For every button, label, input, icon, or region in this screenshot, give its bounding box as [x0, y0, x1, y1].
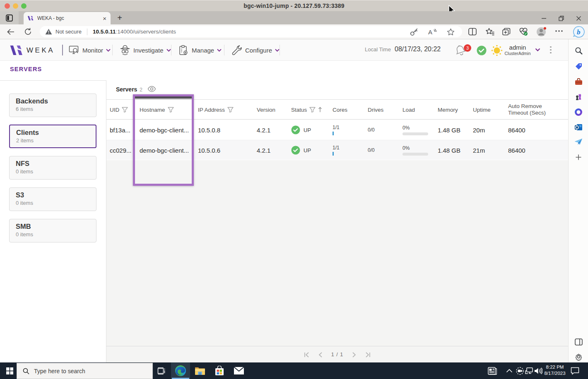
tray-network-icon[interactable] — [525, 362, 533, 379]
cell-timeout: 86400 — [508, 140, 525, 160]
user-role: ClusterAdmin — [504, 51, 532, 56]
collections-icon[interactable] — [502, 28, 511, 36]
favorites-hub-icon[interactable] — [486, 28, 494, 36]
profile-alert-dot — [544, 27, 546, 30]
nav-investigate[interactable]: Investigate — [120, 44, 171, 56]
window-minimize-button[interactable] — [537, 14, 550, 22]
sidebar-add-icon[interactable] — [573, 152, 584, 163]
sidebar-drop-icon[interactable] — [573, 137, 584, 147]
sort-ascending-icon[interactable] — [318, 107, 322, 113]
window-close-button[interactable] — [572, 14, 585, 22]
taskbar-edge-button[interactable] — [171, 362, 190, 379]
tab-workspaces-button[interactable] — [0, 11, 19, 24]
column-header-uid[interactable]: UID — [110, 100, 128, 120]
not-secure-label[interactable]: Not secure — [55, 29, 82, 35]
sidebar-shopping-icon[interactable] — [573, 61, 584, 72]
last-page-button[interactable] — [365, 352, 371, 357]
cell-memory: 1.48 GB — [438, 120, 460, 140]
nav-configure[interactable]: Configure — [231, 44, 280, 56]
cluster-health-ok-icon[interactable] — [476, 45, 487, 56]
split-screen-icon[interactable] — [468, 28, 477, 36]
nav-monitor-label: Monitor — [82, 47, 103, 54]
cell-timeout: 86400 — [508, 120, 525, 140]
table-empty-area — [106, 160, 568, 346]
theme-sun-icon[interactable] — [491, 45, 503, 56]
profile-avatar[interactable] — [536, 27, 546, 37]
password-key-icon[interactable] — [410, 28, 418, 36]
prev-page-button[interactable] — [318, 352, 322, 357]
tray-clock[interactable]: 8:22 PM 8/17/2023 — [543, 364, 566, 377]
taskbar-search-input[interactable] — [34, 368, 133, 374]
read-aloud-icon[interactable]: A — [428, 28, 437, 36]
header-kebab-menu[interactable] — [549, 45, 553, 55]
favorite-star-icon[interactable] — [447, 28, 455, 36]
pagination-bar: 1 / 1 — [106, 346, 568, 362]
browser-menu-icon[interactable] — [555, 30, 563, 32]
sidebar-tools-icon[interactable] — [573, 76, 584, 87]
taskbar-store-button[interactable] — [210, 362, 229, 379]
new-tab-button[interactable]: + — [115, 14, 124, 23]
column-header-status[interactable]: Status — [291, 100, 322, 120]
tray-meet-now-icon[interactable] — [516, 362, 524, 379]
clock-date: 8/17/2023 — [543, 370, 566, 377]
tab-title: WEKA - bgc — [37, 15, 103, 21]
close-icon — [576, 16, 581, 21]
url-omnibox[interactable]: Not secure 10.5.0.11:14000/ui/servers/cl… — [40, 26, 462, 37]
filter-icon[interactable] — [227, 107, 234, 113]
store-icon — [215, 366, 224, 376]
taskbar-file-explorer-button[interactable] — [190, 362, 210, 379]
cell-ip: 10.5.0.6 — [198, 140, 220, 160]
taskbar-search-box[interactable] — [17, 363, 153, 379]
column-header-drives[interactable]: Drives — [368, 100, 383, 120]
window-restore-button[interactable] — [555, 14, 567, 22]
sidebar-card-clients[interactable]: Clients 2 items — [9, 125, 96, 148]
nav-monitor[interactable]: Monitor — [69, 44, 111, 56]
filter-icon[interactable] — [309, 107, 316, 113]
tray-action-center-icon[interactable] — [571, 362, 579, 379]
column-header-version[interactable]: Version — [257, 100, 275, 120]
sidebar-games-icon[interactable] — [573, 91, 584, 102]
sidebar-card-smb[interactable]: SMB 0 items — [9, 219, 96, 242]
tray-news-icon[interactable] — [488, 362, 497, 379]
nav-manage[interactable]: Manage — [178, 44, 222, 56]
browser-essentials-icon[interactable] — [519, 27, 528, 36]
mail-icon — [234, 367, 244, 375]
sidebar-card-nfs[interactable]: NFS 0 items — [9, 156, 96, 180]
user-name[interactable]: admin — [504, 44, 532, 51]
page-indicator: 1 / 1 — [331, 352, 343, 357]
sidebar-panel-toggle-icon[interactable] — [573, 336, 584, 347]
favorites-hub-glyph — [486, 28, 494, 36]
tab-close-button[interactable]: × — [103, 15, 106, 22]
column-header-load[interactable]: Load — [402, 100, 415, 120]
sidebar-card-s3[interactable]: S3 0 items — [9, 187, 96, 211]
column-header-cores[interactable]: Cores — [333, 100, 347, 120]
task-view-button[interactable] — [152, 362, 171, 379]
sidebar-settings-gear-icon[interactable] — [573, 351, 584, 362]
chevron-up-glyph — [506, 369, 513, 373]
tray-volume-icon[interactable] — [534, 362, 542, 379]
first-page-button[interactable] — [304, 352, 309, 357]
column-visibility-eye-icon[interactable] — [147, 86, 156, 92]
bing-chat-icon[interactable]: b — [573, 26, 585, 38]
bing-glyph: b — [573, 26, 585, 38]
back-button[interactable] — [7, 28, 15, 36]
sidebar-search-icon[interactable] — [573, 45, 584, 56]
column-header-memory[interactable]: Memory — [438, 100, 458, 120]
clock-time: 8:22 PM — [543, 364, 566, 370]
taskbar-mail-button[interactable] — [229, 362, 248, 379]
tray-show-hidden-icon[interactable] — [506, 362, 513, 379]
url-divider — [87, 29, 87, 35]
weka-logo-icon[interactable] — [9, 46, 23, 55]
sidebar-outlook-icon[interactable] — [573, 122, 584, 132]
sidebar-card-backends[interactable]: Backends 6 items — [9, 94, 96, 117]
browser-tab-weka[interactable]: WEKA - bgc × — [24, 12, 111, 24]
filter-icon[interactable] — [122, 107, 128, 113]
user-chevron-down-icon[interactable] — [535, 48, 540, 52]
column-header-timeout[interactable]: Auto Remove Timeout (Secs) — [508, 100, 546, 120]
refresh-button[interactable] — [24, 28, 32, 36]
cell-uptime: 20m — [473, 120, 485, 140]
column-header-uptime[interactable]: Uptime — [473, 100, 491, 120]
next-page-button[interactable] — [352, 352, 356, 357]
sidebar-microsoft365-icon[interactable] — [573, 107, 584, 118]
column-header-ip[interactable]: IP Address — [198, 100, 234, 120]
